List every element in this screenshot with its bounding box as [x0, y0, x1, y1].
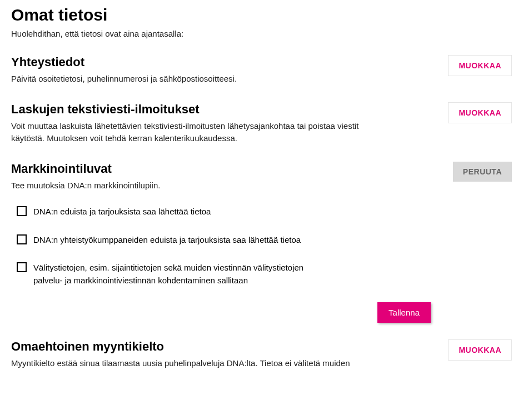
checkbox-label-relay-data[interactable]: Välitystietojen, esim. sijaintitietojen … — [33, 262, 328, 287]
section-desc-salesban: Myyntikielto estää sinua tilaamasta uusi… — [11, 357, 350, 370]
section-sms: Laskujen tekstiviesti-ilmoitukset Voit m… — [11, 102, 512, 145]
checkbox-item-relay-data: Välitystietojen, esim. sijaintitietojen … — [17, 262, 328, 287]
checkbox-item-dna-offers: DNA:n eduista ja tarjouksista saa lähett… — [17, 206, 328, 218]
section-title-marketing: Markkinointiluvat — [11, 162, 160, 176]
section-contact: Yhteystiedot Päivitä osoitetietosi, puhe… — [11, 55, 512, 86]
section-desc-sms: Voit muuttaa laskuista lähetettävien tek… — [11, 120, 372, 145]
section-title-sms: Laskujen tekstiviesti-ilmoitukset — [11, 102, 372, 117]
checkbox-partner-offers[interactable] — [17, 234, 27, 244]
edit-salesban-button[interactable]: MUOKKAA — [448, 339, 512, 361]
checkbox-dna-offers[interactable] — [17, 206, 27, 216]
save-marketing-button[interactable]: Tallenna — [377, 302, 431, 323]
section-salesban: Omaehtoinen myyntikielto Myyntikielto es… — [11, 339, 512, 370]
checkbox-label-dna-offers[interactable]: DNA:n eduista ja tarjouksista saa lähett… — [33, 206, 211, 218]
page-title: Omat tietosi — [11, 6, 512, 24]
marketing-checkbox-list: DNA:n eduista ja tarjouksista saa lähett… — [11, 206, 512, 287]
edit-sms-button[interactable]: MUOKKAA — [448, 102, 512, 123]
section-marketing: Markkinointiluvat Tee muutoksia DNA:n ma… — [11, 162, 512, 323]
section-desc-contact: Päivitä osoitetietosi, puhelinnumerosi j… — [11, 73, 237, 86]
cancel-marketing-button[interactable]: PERUUTA — [453, 162, 512, 182]
section-title-contact: Yhteystiedot — [11, 55, 237, 69]
section-title-salesban: Omaehtoinen myyntikielto — [11, 339, 350, 354]
edit-contact-button[interactable]: MUOKKAA — [448, 55, 512, 76]
checkbox-item-partner-offers: DNA:n yhteistyökumppaneiden eduista ja t… — [17, 234, 328, 247]
section-desc-marketing: Tee muutoksia DNA:n markkinointilupiin. — [11, 179, 160, 192]
checkbox-relay-data[interactable] — [17, 262, 27, 272]
page-subtitle: Huolehdithan, että tietosi ovat aina aja… — [11, 29, 512, 38]
checkbox-label-partner-offers[interactable]: DNA:n yhteistyökumppaneiden eduista ja t… — [33, 234, 301, 247]
